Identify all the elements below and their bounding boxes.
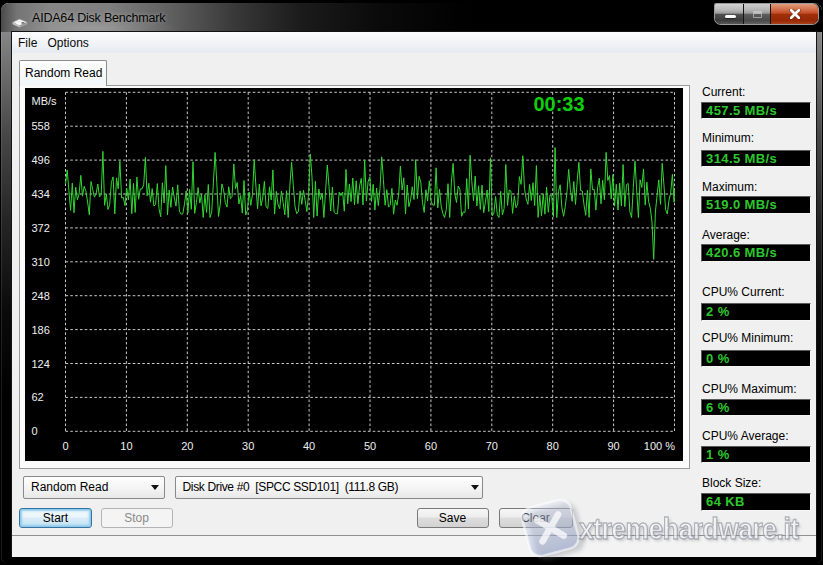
svg-text:434: 434 — [32, 188, 50, 200]
svg-text:10: 10 — [120, 440, 132, 452]
svg-text:60: 60 — [425, 440, 437, 452]
svg-text:00:33: 00:33 — [533, 93, 584, 115]
svg-text:40: 40 — [303, 440, 315, 452]
svg-text:0: 0 — [62, 440, 68, 452]
svg-text:0: 0 — [32, 425, 38, 437]
svg-text:124: 124 — [32, 358, 50, 370]
svg-text:496: 496 — [32, 154, 50, 166]
svg-text:558: 558 — [32, 120, 50, 132]
svg-text:90: 90 — [607, 440, 619, 452]
svg-text:372: 372 — [32, 222, 50, 234]
svg-text:248: 248 — [32, 290, 50, 302]
svg-text:186: 186 — [32, 324, 50, 336]
svg-text:20: 20 — [181, 440, 193, 452]
svg-text:50: 50 — [364, 440, 376, 452]
svg-text:100 %: 100 % — [644, 440, 675, 452]
svg-text:MB/s: MB/s — [32, 95, 58, 107]
svg-text:70: 70 — [486, 440, 498, 452]
svg-text:310: 310 — [32, 256, 50, 268]
svg-text:62: 62 — [32, 391, 44, 403]
svg-text:30: 30 — [242, 440, 254, 452]
svg-text:80: 80 — [547, 440, 559, 452]
